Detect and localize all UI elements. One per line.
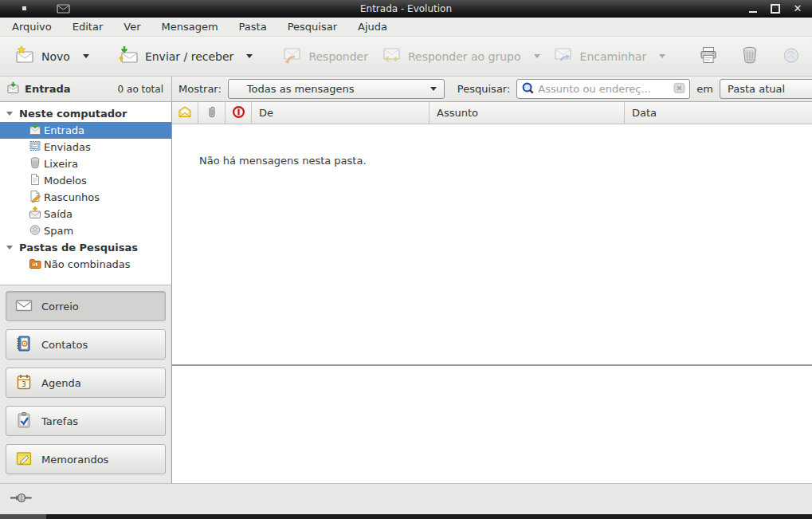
folder-modelos[interactable]: Modelos xyxy=(0,172,171,189)
folder-label: Lixeira xyxy=(44,158,78,170)
column-label: Assunto xyxy=(437,107,478,119)
new-button[interactable]: Novo xyxy=(8,41,76,72)
switcher-label: Memorandos xyxy=(41,454,108,466)
evolution-window: Entrada - Evolution ✕ Arquivo Editar Ver… xyxy=(0,0,812,519)
maximize-button[interactable] xyxy=(771,4,780,14)
bottom-shadow-strip xyxy=(0,514,812,519)
folder-nao-combinadas[interactable]: Não combinadas xyxy=(0,256,171,273)
memos-icon xyxy=(14,450,33,470)
switcher-mail-button[interactable]: Correio xyxy=(6,291,166,321)
folder-entrada[interactable]: Entrada xyxy=(0,122,171,139)
folder-spam[interactable]: Spam xyxy=(0,222,171,239)
junk-button[interactable] xyxy=(777,41,806,72)
templates-icon xyxy=(29,173,41,188)
new-mail-icon xyxy=(14,45,35,67)
switcher-label: Agenda xyxy=(41,377,81,389)
tree-group-label: Pastas de Pesquisas xyxy=(19,242,138,254)
calendar-icon: 3 xyxy=(14,373,33,393)
folder-label: Não combinadas xyxy=(44,258,131,270)
chevron-down-icon xyxy=(430,87,437,91)
delete-icon xyxy=(740,45,759,67)
forward-button[interactable]: Encaminhar xyxy=(547,41,653,72)
print-button[interactable] xyxy=(694,41,723,72)
menu-ver[interactable]: Ver xyxy=(113,18,151,35)
message-list-header: De Assunto Data xyxy=(172,102,812,124)
inbox-icon xyxy=(6,81,20,96)
expander-triangle-icon[interactable] xyxy=(6,112,13,116)
reply-button-label: Responder xyxy=(308,50,368,63)
folder-rascunhos[interactable]: Rascunhos xyxy=(0,189,171,206)
search-scope-dropdown[interactable]: Pasta atual xyxy=(720,79,812,99)
column-attachment[interactable] xyxy=(198,102,226,124)
search-folder-icon xyxy=(29,257,41,272)
toolbar: Novo Enviar / receber Responder Responde… xyxy=(0,37,812,77)
column-data[interactable]: Data xyxy=(625,102,812,124)
search-entry[interactable] xyxy=(516,79,690,99)
column-assunto[interactable]: Assunto xyxy=(430,102,625,124)
sent-icon xyxy=(29,140,41,155)
send-receive-dropdown-arrow[interactable] xyxy=(246,54,253,58)
svg-text:3: 3 xyxy=(22,379,25,387)
column-read-status[interactable] xyxy=(172,102,198,124)
column-de[interactable]: De xyxy=(252,102,430,124)
junk-icon xyxy=(782,45,801,67)
reply-group-button[interactable]: Responder ao grupo xyxy=(375,41,528,72)
message-list-body[interactable]: Não há mensagens nesta pasta. xyxy=(172,124,812,364)
folder-label: Enviadas xyxy=(44,141,91,153)
menu-pesquisar[interactable]: Pesquisar xyxy=(277,18,347,35)
mail-icon xyxy=(14,297,33,317)
menu-editar[interactable]: Editar xyxy=(62,18,114,35)
switcher-memos-button[interactable]: Memorandos xyxy=(6,444,166,474)
forward-dropdown-arrow[interactable] xyxy=(659,54,665,58)
show-filter-value: Todas as mensagens xyxy=(236,83,430,95)
close-button[interactable]: ✕ xyxy=(793,4,802,14)
switcher-label: Correio xyxy=(41,301,79,313)
expander-triangle-icon[interactable] xyxy=(6,246,13,250)
reply-group-button-label: Responder ao grupo xyxy=(408,50,521,63)
column-priority[interactable] xyxy=(226,102,252,124)
reply-group-dropdown-arrow[interactable] xyxy=(534,54,540,58)
switcher-contacts-button[interactable]: Contatos xyxy=(6,329,166,360)
print-icon xyxy=(699,45,718,67)
menubar: Arquivo Editar Ver Mensagem Pasta Pesqui… xyxy=(0,18,812,37)
send-receive-icon xyxy=(118,45,139,67)
switcher-tasks-button[interactable]: Tarefas xyxy=(6,406,166,436)
menu-arquivo[interactable]: Arquivo xyxy=(2,18,62,35)
forward-icon xyxy=(553,45,574,67)
folder-label: Saída xyxy=(44,208,73,220)
folder-label: Rascunhos xyxy=(44,191,100,203)
reply-all-icon xyxy=(381,45,402,67)
minimize-button[interactable] xyxy=(748,4,758,14)
delete-button[interactable] xyxy=(736,41,764,72)
menu-pasta[interactable]: Pasta xyxy=(229,18,277,35)
folder-tree: Neste computador Entrada Enviadas xyxy=(0,102,171,285)
tree-group-search-folders[interactable]: Pastas de Pesquisas xyxy=(0,239,171,256)
online-status-plug-icon[interactable] xyxy=(10,492,35,506)
folder-lixeira[interactable]: Lixeira xyxy=(0,155,171,172)
view-switcher: Correio Contatos 3 Agenda xyxy=(0,285,171,483)
drafts-icon xyxy=(29,190,41,205)
tree-group-this-computer[interactable]: Neste computador xyxy=(0,105,171,122)
preview-pane xyxy=(172,366,812,483)
read-status-icon xyxy=(178,106,192,120)
switcher-calendar-button[interactable]: 3 Agenda xyxy=(6,368,166,398)
folder-saida[interactable]: Saída xyxy=(0,206,171,222)
forward-button-label: Encaminhar xyxy=(580,50,647,63)
new-dropdown-arrow[interactable] xyxy=(83,54,89,58)
tree-group-label: Neste computador xyxy=(19,108,127,120)
new-button-label: Novo xyxy=(41,50,70,63)
search-input[interactable] xyxy=(538,83,670,95)
titlebar: Entrada - Evolution ✕ xyxy=(0,0,812,18)
send-receive-button[interactable]: Enviar / receber xyxy=(112,41,240,72)
clear-search-icon[interactable] xyxy=(673,82,685,96)
show-filter-dropdown[interactable]: Todas as mensagens xyxy=(228,79,445,99)
scope-label: em xyxy=(695,83,715,95)
search-icon xyxy=(521,81,535,97)
status-bar xyxy=(0,483,812,514)
message-area: De Assunto Data Não há mensagens nesta p… xyxy=(172,102,812,483)
menu-ajuda[interactable]: Ajuda xyxy=(347,18,398,35)
menu-mensagem[interactable]: Mensagem xyxy=(151,18,229,35)
tasks-icon xyxy=(14,411,33,431)
folder-enviadas[interactable]: Enviadas xyxy=(0,139,171,155)
reply-button[interactable]: Responder xyxy=(275,41,375,72)
